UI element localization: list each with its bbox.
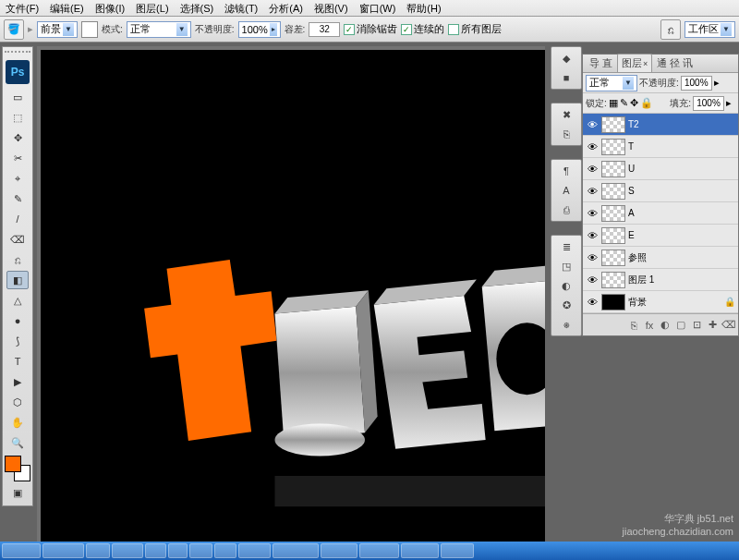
lasso-tool[interactable]: ✥ bbox=[6, 128, 29, 147]
lock-all-icon[interactable]: 🔒 bbox=[640, 97, 653, 109]
layers-icon[interactable]: ◳ bbox=[556, 258, 576, 274]
tab-channels[interactable]: 通 径 讯 bbox=[652, 54, 697, 72]
paragraph-icon[interactable]: ¶ bbox=[556, 163, 576, 179]
visibility-icon[interactable]: 👁 bbox=[586, 252, 599, 263]
layer-group-icon[interactable]: ⊡ bbox=[690, 319, 703, 331]
menu-filter[interactable]: 滤镜(T) bbox=[219, 0, 263, 16]
layer-name[interactable]: A bbox=[628, 208, 735, 218]
new-layer-icon[interactable]: ✚ bbox=[706, 319, 719, 331]
layer-row[interactable]: 👁S bbox=[583, 180, 738, 202]
taskbar-item[interactable] bbox=[86, 543, 110, 558]
layer-row[interactable]: 👁A bbox=[583, 202, 738, 225]
styles-icon[interactable]: ⎈ bbox=[556, 316, 576, 333]
path-select-tool[interactable]: ▶ bbox=[6, 372, 29, 391]
menu-window[interactable]: 窗口(W) bbox=[354, 0, 402, 16]
menu-view[interactable]: 视图(V) bbox=[309, 0, 354, 16]
dodge-tool[interactable]: ● bbox=[6, 311, 29, 330]
layer-thumbnail[interactable] bbox=[601, 272, 625, 288]
taskbar-item[interactable] bbox=[273, 543, 318, 558]
visibility-icon[interactable]: 👁 bbox=[586, 164, 599, 175]
all-layers-checkbox[interactable]: 所有图层 bbox=[448, 22, 502, 36]
document-canvas[interactable] bbox=[41, 50, 545, 542]
layer-mask-icon[interactable]: ◐ bbox=[659, 319, 672, 331]
tab-layers[interactable]: 图层× bbox=[617, 54, 652, 72]
eraser-tool[interactable]: ⌫ bbox=[6, 230, 29, 249]
layer-name[interactable]: T bbox=[628, 141, 735, 152]
blur-tool[interactable]: △ bbox=[6, 291, 29, 310]
navigator-icon[interactable]: ◆ bbox=[556, 50, 576, 67]
bucket-tool-icon[interactable]: 🪣 bbox=[4, 19, 24, 40]
taskbar-item[interactable] bbox=[214, 543, 236, 558]
layer-row[interactable]: 👁U bbox=[583, 158, 738, 180]
adjustment-layer-icon[interactable]: ▢ bbox=[674, 319, 687, 331]
layer-thumbnail[interactable] bbox=[601, 250, 625, 266]
type-tool[interactable]: T bbox=[6, 352, 29, 371]
fill-source-select[interactable]: 前景 ▼ bbox=[37, 21, 78, 38]
visibility-icon[interactable]: 👁 bbox=[586, 186, 599, 197]
lock-transparency-icon[interactable]: ▦ bbox=[609, 97, 618, 109]
clone-source-icon[interactable]: ⎙ bbox=[556, 201, 576, 218]
visibility-icon[interactable]: 👁 bbox=[586, 141, 599, 152]
layer-name[interactable]: E bbox=[628, 230, 735, 240]
delete-layer-icon[interactable]: ⌫ bbox=[721, 319, 734, 331]
pencil-tool[interactable]: ✎ bbox=[6, 189, 29, 208]
layer-thumbnail[interactable] bbox=[601, 294, 625, 310]
opacity-input[interactable]: 100% ▸ bbox=[238, 21, 281, 38]
swatches-icon[interactable]: ✪ bbox=[556, 297, 576, 313]
menu-analysis[interactable]: 分析(A) bbox=[263, 0, 309, 16]
link-layers-icon[interactable]: ⎘ bbox=[627, 320, 640, 331]
lock-pixels-icon[interactable]: ✎ bbox=[620, 97, 628, 109]
healing-tool[interactable]: ⎌ bbox=[6, 250, 29, 269]
taskbar[interactable] bbox=[0, 542, 739, 560]
visibility-icon[interactable]: 👁 bbox=[586, 274, 599, 286]
layer-name[interactable]: T2 bbox=[628, 119, 735, 129]
crop-tool[interactable]: ✂ bbox=[6, 149, 29, 167]
visibility-icon[interactable]: 👁 bbox=[586, 208, 599, 219]
layer-row[interactable]: 👁E bbox=[583, 225, 738, 247]
zoom-tool[interactable]: 🔍 bbox=[6, 433, 29, 452]
layer-name[interactable]: U bbox=[628, 164, 735, 174]
actions-icon[interactable]: ≣ bbox=[556, 238, 576, 255]
color-swatches[interactable] bbox=[5, 456, 30, 481]
brush-tool[interactable]: / bbox=[6, 210, 29, 228]
menu-layer[interactable]: 图层(L) bbox=[130, 0, 174, 16]
marquee-tool[interactable]: ⬚ bbox=[6, 108, 29, 127]
taskbar-item[interactable] bbox=[42, 543, 84, 558]
layer-row[interactable]: 👁T bbox=[583, 136, 738, 158]
menu-edit[interactable]: 编辑(E) bbox=[44, 0, 90, 16]
brushes-icon[interactable]: ⎘ bbox=[556, 126, 576, 142]
layer-thumbnail[interactable] bbox=[601, 183, 625, 200]
layer-name[interactable]: S bbox=[628, 186, 735, 196]
visibility-icon[interactable]: 👁 bbox=[586, 230, 599, 241]
workspace-select[interactable]: 工作区▼ bbox=[684, 21, 735, 38]
lock-position-icon[interactable]: ✥ bbox=[630, 97, 638, 109]
layer-name[interactable]: 背景 bbox=[628, 296, 721, 309]
layer-thumbnail[interactable] bbox=[601, 116, 625, 133]
layer-row[interactable]: 👁图层 1 bbox=[583, 269, 738, 291]
visibility-icon[interactable]: 👁 bbox=[586, 119, 599, 130]
menu-select[interactable]: 选择(S) bbox=[175, 0, 220, 16]
layer-opacity-input[interactable]: 100% bbox=[681, 76, 712, 91]
brush-panel-icon[interactable]: ⎌ bbox=[660, 19, 681, 40]
layer-name[interactable]: 参照 bbox=[628, 251, 735, 264]
taskbar-item[interactable] bbox=[145, 543, 166, 558]
layer-thumbnail[interactable] bbox=[601, 227, 625, 244]
layer-thumbnail[interactable] bbox=[601, 161, 625, 177]
hand-tool[interactable]: ✋ bbox=[6, 413, 29, 432]
drag-handle[interactable] bbox=[5, 51, 30, 56]
fill-opacity-input[interactable]: 100% bbox=[693, 96, 724, 111]
layer-blend-select[interactable]: 正常▼ bbox=[586, 75, 637, 91]
layer-thumbnail[interactable] bbox=[601, 205, 625, 222]
foreground-color[interactable] bbox=[5, 456, 21, 472]
move-tool[interactable]: ▭ bbox=[6, 88, 29, 106]
bucket-tool[interactable]: ◧ bbox=[6, 271, 29, 289]
menu-help[interactable]: 帮助(H) bbox=[401, 0, 446, 16]
menu-file[interactable]: 文件(F) bbox=[0, 0, 44, 16]
taskbar-item[interactable] bbox=[168, 543, 187, 558]
quickmask-toggle[interactable]: ▣ bbox=[6, 483, 29, 502]
taskbar-item[interactable] bbox=[238, 543, 271, 558]
channels-icon[interactable]: ◐ bbox=[556, 277, 576, 294]
shape-tool[interactable]: ⬡ bbox=[6, 393, 29, 411]
layer-row[interactable]: 👁背景🔒 bbox=[583, 291, 738, 313]
layer-thumbnail[interactable] bbox=[601, 139, 625, 155]
